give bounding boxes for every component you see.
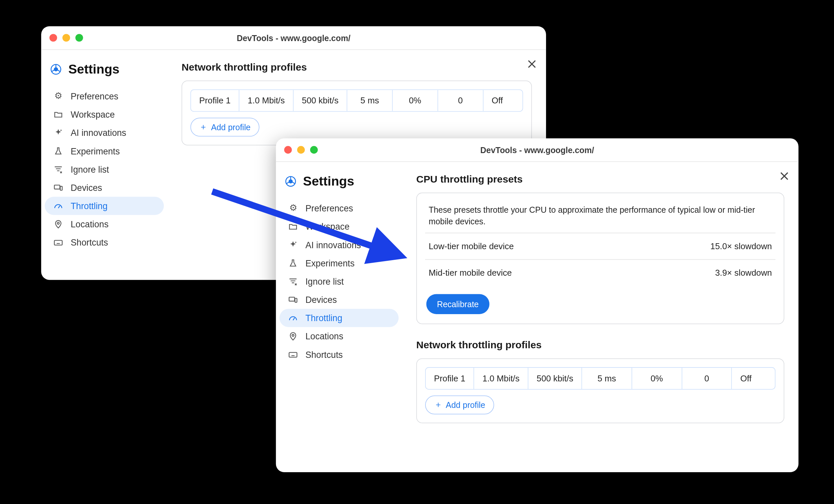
sparkle-icon [53,128,63,137]
location-pin-icon [53,219,63,228]
sidebar-item-label: AI innovations [71,128,126,137]
svg-point-5 [57,222,59,224]
plus-icon: ＋ [434,399,442,410]
sidebar-item-ai-innovations[interactable]: AI innovations [44,123,164,141]
settings-sidebar: Settings ⚙ Preferences Workspace AI inno… [276,162,402,472]
profile-table: Profile 1 1.0 Mbit/s 500 kbit/s 5 ms 0% … [190,89,523,112]
close-traffic-icon[interactable] [49,34,57,41]
gear-icon: ⚙ [288,202,298,213]
profile-down-cell: 1.0 Mbit/s [239,90,293,111]
devices-icon [53,182,63,192]
sidebar-item-preferences[interactable]: ⚙ Preferences [44,86,164,105]
close-traffic-icon[interactable] [284,146,291,153]
settings-sidebar: Settings ⚙ Preferences Workspace AI inno… [41,50,167,280]
titlebar: DevTools - www.google.com/ [41,26,546,50]
sidebar-item-locations[interactable]: Locations [279,327,399,345]
sidebar-item-throttling[interactable]: Throttling [44,197,164,215]
profile-loss-cell: 0% [632,368,682,389]
sidebar-item-devices[interactable]: Devices [44,178,164,197]
sidebar-item-experiments[interactable]: Experiments [44,142,164,160]
sidebar-item-devices[interactable]: Devices [279,290,399,308]
devices-icon [288,295,298,304]
sidebar-item-workspace[interactable]: Workspace [279,217,399,235]
sidebar-item-label: Ignore list [71,164,109,174]
svg-point-8 [288,179,292,183]
plus-icon: ＋ [199,122,207,132]
cpu-preset-value: 3.9× slowdown [715,268,772,277]
sidebar-item-label: Workspace [71,109,115,119]
close-icon[interactable] [778,170,790,182]
profile-queue-cell: 0 [682,368,732,389]
profile-name-cell: Profile 1 [425,368,474,389]
close-icon[interactable] [526,58,538,70]
sidebar-item-label: Experiments [71,146,119,156]
profile-latency-cell: 5 ms [582,368,632,389]
sidebar-item-throttling[interactable]: Throttling [279,308,399,327]
location-pin-icon [288,331,298,341]
sidebar-item-ai-innovations[interactable]: AI innovations [279,236,399,254]
svg-point-9 [295,241,296,243]
gauge-icon [53,201,63,211]
settings-pane: Settings ⚙ Preferences Workspace AI inno… [276,162,798,472]
cpu-preset-table: Low-tier mobile device 15.0× slowdown Mi… [425,232,775,285]
sidebar-item-label: Ignore list [305,276,344,286]
sidebar-item-preferences[interactable]: ⚙ Preferences [279,198,399,217]
profile-reliability-cell: Off [732,368,775,389]
svg-rect-11 [295,298,297,302]
sidebar-item-label: AI innovations [305,240,361,249]
recalibrate-button[interactable]: Recalibrate [426,293,489,314]
keyboard-icon [53,238,63,247]
settings-main: CPU throttling presets These presets thr… [402,162,798,472]
devtools-logo-icon [284,175,297,188]
minimize-traffic-icon[interactable] [62,34,70,41]
svg-rect-4 [60,186,62,190]
sidebar-item-shortcuts[interactable]: Shortcuts [279,345,399,364]
sidebar-item-label: Locations [305,331,343,341]
sidebar-item-ignore-list[interactable]: Ignore list [279,272,399,290]
profile-reliability-cell: Off [483,90,522,111]
sidebar-item-label: Shortcuts [71,237,108,247]
cpu-throttling-heading: CPU throttling presets [416,174,784,185]
add-profile-button[interactable]: ＋ Add profile [425,395,494,414]
cpu-preset-row: Low-tier mobile device 15.0× slowdown [425,233,775,260]
sidebar-item-ignore-list[interactable]: Ignore list [44,160,164,178]
cpu-presets-card: These presets throttle your CPU to appro… [416,193,784,324]
svg-rect-3 [54,184,60,189]
zoom-traffic-icon[interactable] [310,146,317,153]
add-profile-button[interactable]: ＋ Add profile [190,118,259,136]
window-title: DevTools - www.google.com/ [237,33,350,42]
sparkle-icon [288,240,298,249]
sidebar-item-shortcuts[interactable]: Shortcuts [44,233,164,251]
profile-latency-cell: 5 ms [347,90,393,111]
sidebar-item-experiments[interactable]: Experiments [279,254,399,272]
flask-icon [53,146,63,155]
svg-point-12 [292,334,294,336]
minimize-traffic-icon[interactable] [297,146,305,153]
cpu-preset-row: Mid-tier mobile device 3.9× slowdown [425,260,775,285]
add-profile-label: Add profile [211,122,250,132]
sidebar-item-label: Throttling [305,313,342,323]
sidebar-item-label: Throttling [71,201,107,211]
cpu-preset-value: 15.0× slowdown [710,241,772,250]
cpu-presets-description: These presets throttle your CPU to appro… [425,201,775,232]
network-throttling-heading: Network throttling profiles [416,339,784,351]
sidebar-item-workspace[interactable]: Workspace [44,105,164,123]
gauge-icon [288,313,298,323]
network-profiles-card: Profile 1 1.0 Mbit/s 500 kbit/s 5 ms 0% … [416,358,784,423]
profile-name-cell: Profile 1 [191,90,239,111]
cpu-preset-label: Low-tier mobile device [429,241,513,250]
devtools-window-after: DevTools - www.google.com/ Settings ⚙ Pr… [276,138,798,472]
zoom-traffic-icon[interactable] [75,34,83,41]
profile-table: Profile 1 1.0 Mbit/s 500 kbit/s 5 ms 0% … [425,367,775,389]
sidebar-item-label: Locations [71,219,108,229]
svg-rect-10 [289,297,294,301]
network-throttling-heading: Network throttling profiles [181,62,531,73]
folder-icon [288,222,298,231]
profile-queue-cell: 0 [438,90,483,111]
sidebar-item-locations[interactable]: Locations [44,215,164,233]
sidebar-item-label: Devices [305,294,337,305]
sidebar-item-label: Experiments [305,258,354,268]
cpu-preset-label: Mid-tier mobile device [429,268,511,277]
profile-up-cell: 500 kbit/s [293,90,347,111]
filter-x-icon [288,276,298,286]
